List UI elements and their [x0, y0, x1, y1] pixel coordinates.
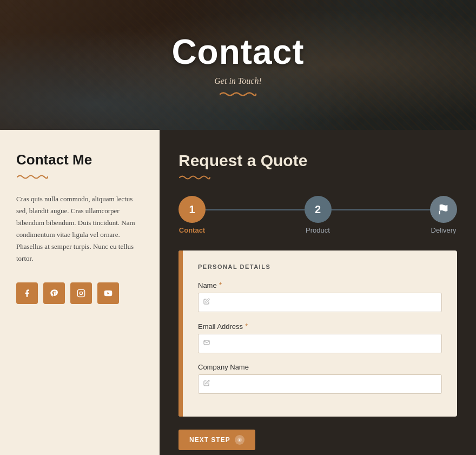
sidebar-description: Cras quis nulla commodo, aliquam lectus … — [16, 193, 143, 265]
svg-point-1 — [80, 292, 82, 294]
step-3-delivery: Delivery — [430, 196, 457, 234]
instagram-icon[interactable] — [70, 282, 92, 304]
form-card: PERSONAL DETAILS Name * — [178, 250, 457, 417]
sidebar: Contact Me Cras quis nulla commodo, aliq… — [0, 130, 160, 455]
svg-rect-0 — [77, 289, 84, 296]
quote-title: Request a Quote — [178, 151, 457, 170]
step-2-circle: 2 — [305, 196, 332, 223]
facebook-icon[interactable] — [16, 282, 38, 304]
pinterest-icon[interactable] — [43, 282, 65, 304]
hero-title: Contact — [171, 32, 304, 72]
company-input-wrapper — [198, 374, 442, 394]
company-label: Company Name — [198, 363, 442, 371]
name-label: Name * — [198, 281, 442, 289]
main-layout: Contact Me Cras quis nulla commodo, aliq… — [0, 130, 476, 455]
step-connector-1 — [204, 209, 306, 210]
name-input-wrapper — [198, 293, 442, 312]
envelope-icon — [203, 339, 210, 348]
company-input[interactable] — [198, 374, 442, 394]
company-field: Company Name — [198, 363, 442, 394]
next-step-arrow-icon — [235, 435, 244, 445]
name-field: Name * — [198, 281, 442, 312]
name-input[interactable] — [198, 293, 442, 312]
form-body: PERSONAL DETAILS Name * — [183, 250, 457, 417]
email-required-star: * — [245, 322, 248, 331]
social-icons-group — [16, 282, 143, 304]
step-3-circle — [430, 196, 457, 223]
pencil-icon-company — [203, 380, 210, 388]
svg-point-2 — [83, 291, 83, 291]
hero-squiggle-decoration — [219, 90, 257, 98]
step-connector-2 — [330, 209, 432, 210]
svg-point-5 — [237, 438, 242, 442]
email-field: Email Address * — [198, 322, 442, 353]
next-step-button[interactable]: NEXT STEP — [178, 430, 255, 450]
sidebar-title: Contact Me — [16, 151, 143, 168]
step-1-label: Contact — [179, 226, 205, 234]
email-input[interactable] — [198, 334, 442, 353]
email-label: Email Address * — [198, 322, 442, 331]
quote-squiggle — [178, 174, 457, 181]
form-card-accent-bar — [178, 250, 183, 417]
step-2-product: 2 Product — [305, 196, 332, 234]
stepper: 1 Contact 2 Product Delivery — [178, 196, 457, 234]
step-1-contact: 1 Contact — [178, 196, 206, 234]
step-1-circle: 1 — [178, 196, 206, 223]
form-card-inner: PERSONAL DETAILS Name * — [178, 250, 457, 417]
pencil-icon-name — [203, 298, 210, 307]
step-2-label: Product — [306, 226, 330, 234]
email-input-wrapper — [198, 334, 442, 353]
sidebar-squiggle — [16, 174, 143, 180]
step-3-label: Delivery — [431, 226, 457, 234]
form-section-title: PERSONAL DETAILS — [198, 263, 442, 270]
hero-subtitle: Get in Touch! — [214, 76, 261, 86]
hero-section: Contact Get in Touch! — [0, 0, 476, 130]
name-required-star: * — [219, 281, 222, 289]
main-content-area: Request a Quote 1 Contact 2 Product — [160, 130, 476, 455]
youtube-icon[interactable] — [97, 282, 119, 304]
